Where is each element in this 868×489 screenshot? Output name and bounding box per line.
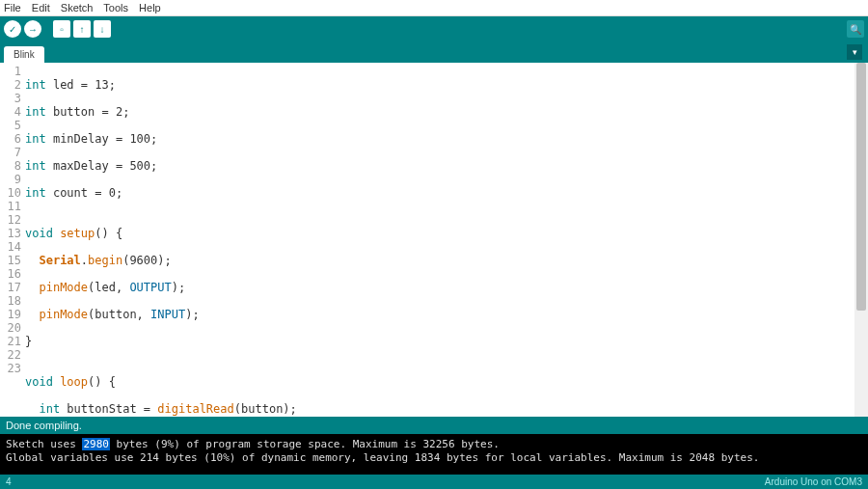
board-port-label: Arduino Uno on COM3 bbox=[765, 476, 862, 487]
arrow-down-icon: ↓ bbox=[100, 24, 105, 35]
chevron-down-icon: ▾ bbox=[853, 47, 857, 57]
menu-file[interactable]: File bbox=[4, 2, 21, 14]
console-output: Sketch uses 2980 bytes (9%) of program s… bbox=[0, 434, 868, 475]
arrow-right-icon: → bbox=[28, 24, 38, 35]
open-button[interactable]: ↑ bbox=[73, 20, 91, 38]
file-icon: ▫ bbox=[60, 24, 64, 35]
scrollbar[interactable] bbox=[854, 63, 868, 417]
highlighted-bytes: 2980 bbox=[82, 438, 110, 450]
menu-tools[interactable]: Tools bbox=[103, 2, 128, 14]
menu-edit[interactable]: Edit bbox=[32, 2, 50, 14]
new-button[interactable]: ▫ bbox=[53, 20, 70, 38]
line-indicator: 4 bbox=[6, 476, 12, 487]
check-icon: ✓ bbox=[9, 24, 16, 35]
serial-monitor-button[interactable]: 🔍 bbox=[847, 20, 864, 38]
save-button[interactable]: ↓ bbox=[94, 20, 111, 38]
verify-button[interactable]: ✓ bbox=[4, 20, 21, 38]
scroll-thumb[interactable] bbox=[856, 63, 866, 311]
tab-bar: Blink ▾ bbox=[0, 41, 868, 63]
tab-blink[interactable]: Blink bbox=[4, 46, 44, 63]
arrow-up-icon: ↑ bbox=[80, 24, 85, 35]
menu-bar: File Edit Sketch Tools Help bbox=[0, 0, 868, 16]
line-gutter: 1234567891011121314151617181920212223 bbox=[0, 63, 25, 417]
code-area[interactable]: int led = 13; int button = 2; int minDel… bbox=[25, 63, 868, 417]
upload-button[interactable]: → bbox=[24, 20, 41, 38]
tab-menu-button[interactable]: ▾ bbox=[847, 44, 862, 60]
status-bar: Done compiling. bbox=[0, 417, 868, 434]
code-editor[interactable]: 1234567891011121314151617181920212223 in… bbox=[0, 63, 868, 417]
magnifier-icon: 🔍 bbox=[850, 24, 861, 35]
toolbar: ✓ → ▫ ↑ ↓ 🔍 bbox=[0, 16, 868, 41]
footer-bar: 4 Arduino Uno on COM3 bbox=[0, 475, 868, 489]
menu-help[interactable]: Help bbox=[139, 2, 161, 14]
menu-sketch[interactable]: Sketch bbox=[61, 2, 94, 14]
